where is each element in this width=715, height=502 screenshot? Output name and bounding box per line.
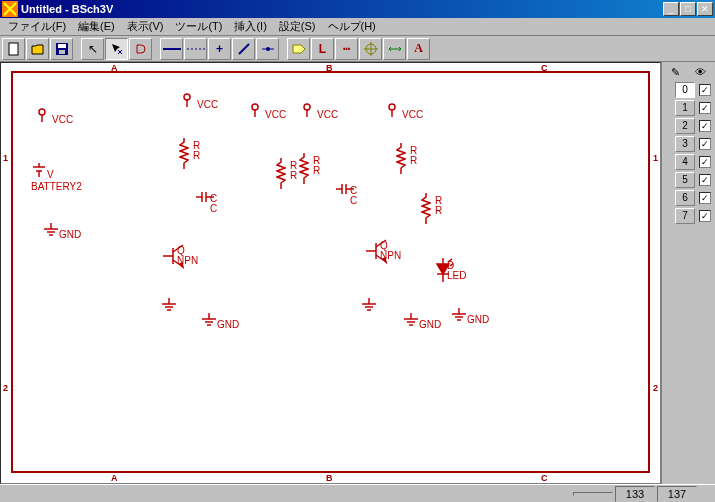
tag-icon — [292, 44, 306, 54]
ruler-left: 2 — [3, 383, 8, 393]
layer-select-2[interactable]: 2 — [675, 118, 695, 134]
svg-point-19 — [304, 104, 310, 110]
dash-icon — [187, 45, 205, 53]
statusbar: 133 137 — [0, 484, 715, 502]
titlebar: Untitled - BSch3V _ □ ✕ — [0, 0, 715, 18]
component-resistor[interactable]: RR — [299, 153, 309, 189]
component-battery[interactable]: VBATTERY2 — [31, 163, 47, 179]
component-gnd[interactable]: GND — [201, 313, 217, 329]
layer-visible-checkbox[interactable]: ✓ — [699, 102, 711, 114]
component-vcc[interactable]: VCC — [181, 93, 193, 109]
ruler-bottom: B — [326, 473, 333, 483]
wire-button[interactable] — [160, 38, 183, 60]
app-icon — [2, 1, 18, 17]
status-x: 133 — [615, 486, 655, 502]
close-button[interactable]: ✕ — [697, 2, 713, 16]
svg-point-9 — [266, 47, 270, 51]
layer-visible-checkbox[interactable]: ✓ — [699, 174, 711, 186]
dir-button[interactable] — [383, 38, 406, 60]
schematic-canvas[interactable]: AABBCC1122VCCVCCVCCVCCVCCVBATTERY2RRRRRR… — [0, 62, 661, 484]
new-button[interactable] — [2, 38, 25, 60]
drag-button[interactable] — [105, 38, 128, 60]
ruler-top: B — [326, 63, 333, 73]
component-led[interactable]: DLED — [433, 258, 453, 284]
component-resistor[interactable]: RR — [179, 138, 189, 174]
component-resistor[interactable]: RR — [396, 143, 406, 179]
component-button[interactable] — [129, 38, 152, 60]
cursor-drag-icon — [110, 42, 124, 56]
svg-rect-3 — [58, 44, 66, 48]
menu-file[interactable]: ファイル(F) — [2, 18, 72, 35]
layer-select-0[interactable]: 0 — [675, 82, 695, 98]
layer-select-7[interactable]: 7 — [675, 208, 695, 224]
component-gnd[interactable] — [161, 298, 177, 314]
layer-visible-checkbox[interactable]: ✓ — [699, 120, 711, 132]
layer-select-5[interactable]: 5 — [675, 172, 695, 188]
layer-select-1[interactable]: 1 — [675, 100, 695, 116]
layer-visible-checkbox[interactable]: ✓ — [699, 210, 711, 222]
component-gnd[interactable]: GND — [451, 308, 467, 324]
layer-select-6[interactable]: 6 — [675, 190, 695, 206]
component-cap[interactable]: CC — [336, 183, 354, 197]
disk-icon — [55, 42, 69, 56]
ruler-right: 2 — [653, 383, 658, 393]
eye-icon: 👁 — [695, 66, 706, 79]
menu-settings[interactable]: 設定(S) — [273, 18, 322, 35]
layer-row: 4✓ — [664, 153, 713, 171]
component-gnd[interactable]: GND — [403, 313, 419, 329]
menu-insert[interactable]: 挿入(I) — [228, 18, 272, 35]
junction-icon — [261, 42, 275, 56]
tag-button[interactable] — [287, 38, 310, 60]
layer-select-4[interactable]: 4 — [675, 154, 695, 170]
line-icon — [163, 45, 181, 53]
menu-tool[interactable]: ツール(T) — [169, 18, 228, 35]
layer-visible-checkbox[interactable]: ✓ — [699, 138, 711, 150]
component-npn[interactable]: QNPN — [163, 243, 189, 271]
layer-visible-checkbox[interactable]: ✓ — [699, 156, 711, 168]
arrows-icon — [388, 45, 402, 53]
dots-icon: ┅ — [343, 42, 350, 56]
dash-button[interactable] — [184, 38, 207, 60]
component-resistor[interactable]: RR — [421, 193, 431, 229]
component-vcc[interactable]: VCC — [36, 108, 48, 124]
layer-row: 1✓ — [664, 99, 713, 117]
component-vcc[interactable]: VCC — [249, 103, 261, 119]
bus-button[interactable]: + — [208, 38, 231, 60]
junction-button[interactable] — [256, 38, 279, 60]
menu-help[interactable]: ヘルプ(H) — [322, 18, 382, 35]
label-button[interactable]: L — [311, 38, 334, 60]
ruler-top: C — [541, 63, 548, 73]
component-vcc[interactable]: VCC — [386, 103, 398, 119]
component-resistor[interactable]: RR — [276, 158, 286, 194]
open-button[interactable] — [26, 38, 49, 60]
comment-button[interactable]: ┅ — [335, 38, 358, 60]
menu-view[interactable]: 表示(V) — [121, 18, 170, 35]
diag-button[interactable] — [232, 38, 255, 60]
ruler-bottom: C — [541, 473, 548, 483]
target-icon — [364, 42, 378, 56]
component-cap[interactable]: CC — [196, 191, 214, 205]
save-button[interactable] — [50, 38, 73, 60]
component-gnd[interactable] — [361, 298, 377, 314]
window-title: Untitled - BSch3V — [21, 3, 663, 15]
component-npn[interactable]: QNPN — [366, 238, 392, 266]
layer-row: 3✓ — [664, 135, 713, 153]
selector-button[interactable]: ↖ — [81, 38, 104, 60]
component-gnd[interactable]: GND — [43, 223, 59, 239]
layer-visible-checkbox[interactable]: ✓ — [699, 84, 711, 96]
text-button[interactable]: A — [407, 38, 430, 60]
status-y: 137 — [657, 486, 697, 502]
svg-rect-1 — [9, 43, 18, 55]
menu-edit[interactable]: 編集(E) — [72, 18, 121, 35]
layer-panel: ✎ 👁 0✓1✓2✓3✓4✓5✓6✓7✓ — [661, 62, 715, 484]
minimize-button[interactable]: _ — [663, 2, 679, 16]
file-icon — [7, 42, 21, 56]
and-gate-icon — [134, 42, 148, 56]
maximize-button[interactable]: □ — [680, 2, 696, 16]
component-vcc[interactable]: VCC — [301, 103, 313, 119]
layer-visible-checkbox[interactable]: ✓ — [699, 192, 711, 204]
layer-select-3[interactable]: 3 — [675, 136, 695, 152]
layer-row: 6✓ — [664, 189, 713, 207]
origin-button[interactable] — [359, 38, 382, 60]
svg-point-13 — [39, 109, 45, 115]
